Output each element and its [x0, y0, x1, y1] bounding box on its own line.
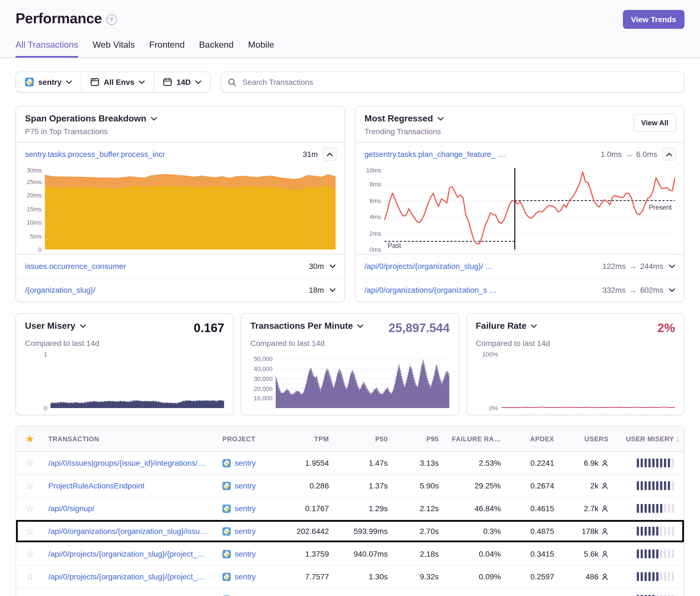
star-icon[interactable]: ★: [16, 434, 44, 444]
transaction-link[interactable]: ProjectRuleActionsEndpoint: [48, 481, 145, 490]
star-icon[interactable]: ☆: [16, 548, 44, 560]
chevron-down-icon[interactable]: [357, 324, 364, 328]
span-op-link[interactable]: /{organization_slug}/: [25, 286, 304, 294]
environment-selector[interactable]: All Envs: [81, 72, 154, 92]
expand-button[interactable]: [668, 288, 676, 292]
python-project-icon: [25, 78, 34, 86]
apdex-cell: 0.2674: [505, 481, 558, 490]
regression-from: 122ms: [602, 262, 626, 270]
view-trends-button[interactable]: View Trends: [623, 10, 684, 29]
users-cell: 2k: [558, 481, 613, 490]
transaction-link[interactable]: /api/0/organizations/{organization_slug}…: [48, 527, 207, 536]
star-icon[interactable]: ☆: [16, 571, 44, 582]
user-misery-bars: [613, 595, 684, 596]
column-p95[interactable]: P95: [392, 435, 443, 443]
span-ops-title[interactable]: Span Operations Breakdown: [25, 114, 146, 124]
column-tpm[interactable]: TPM: [280, 435, 333, 443]
view-all-button[interactable]: View All: [633, 114, 676, 132]
regression-from: 1.0ms: [601, 150, 622, 159]
column-project[interactable]: PROJECT: [218, 435, 280, 443]
transaction-link[interactable]: /api/0/signup/: [48, 504, 95, 513]
star-icon[interactable]: ☆: [16, 502, 44, 514]
tab-frontend[interactable]: Frontend: [149, 40, 185, 58]
environment-selector-label: All Envs: [104, 78, 134, 86]
star-icon[interactable]: ☆: [16, 525, 44, 537]
span-op-link[interactable]: issues.occurrence_consumer: [25, 262, 304, 270]
column-failure-rate[interactable]: FAILURE RA…: [443, 435, 505, 443]
project-link[interactable]: sentry: [234, 504, 256, 513]
expand-button[interactable]: [328, 264, 337, 268]
tab-backend[interactable]: Backend: [199, 40, 234, 58]
span-op-row: /{organization_slug}/ 18m: [16, 278, 345, 302]
failure-rate-cell: 0.04%: [443, 549, 505, 558]
python-project-icon: [222, 482, 231, 490]
regression-row: /api/0/projects/{organization_slug}/ … 1…: [355, 255, 684, 278]
tab-web-vitals[interactable]: Web Vitals: [93, 40, 135, 58]
failure-rate-cell: 46.84%: [443, 504, 505, 513]
tab-mobile[interactable]: Mobile: [248, 40, 274, 58]
chevron-down-icon: [669, 264, 675, 268]
column-user-misery[interactable]: USER MISERY ↓: [613, 435, 684, 443]
project-link[interactable]: sentry: [234, 481, 256, 490]
collapse-button[interactable]: [662, 148, 676, 161]
chevron-down-icon[interactable]: [438, 117, 444, 121]
column-p50[interactable]: P50: [333, 435, 392, 443]
expand-button[interactable]: [668, 264, 676, 268]
tpm-title[interactable]: Transactions Per Minute: [250, 321, 353, 331]
regression-link[interactable]: /api/0/projects/{organization_slug}/ …: [365, 262, 598, 270]
regression-link[interactable]: getsentry.tasks.plan_change_feature_ …: [365, 150, 596, 159]
p50-cell: 1.29s: [333, 504, 392, 513]
tpm-cell: 1.9554: [280, 459, 333, 467]
table-row[interactable]: ☆ /api/0/organizations/{organization_slu…: [16, 588, 684, 596]
chevron-down-icon[interactable]: [531, 324, 537, 328]
project-selector[interactable]: sentry: [16, 72, 81, 92]
star-icon[interactable]: ☆: [16, 480, 44, 492]
transaction-link[interactable]: /api/0/organizations/{organization_slug}…: [48, 595, 207, 596]
table-row[interactable]: ☆ /api/0/projects/{organization_slug}/{p…: [16, 565, 684, 588]
project-link[interactable]: sentry: [234, 595, 256, 596]
help-icon[interactable]: ?: [106, 14, 117, 25]
table-row[interactable]: ☆ /api/0/issues|groups/{issue_id}/integr…: [16, 452, 684, 474]
project-link[interactable]: sentry: [234, 549, 256, 558]
project-link[interactable]: sentry: [234, 527, 256, 536]
collapse-button[interactable]: [322, 148, 337, 161]
span-op-link[interactable]: sentry.tasks.process_buffer.process_incr: [25, 150, 298, 159]
environment-window-icon: [91, 78, 99, 86]
page-header: Performance ? View Trends All Transactio…: [0, 0, 700, 58]
tab-all-transactions[interactable]: All Transactions: [16, 40, 78, 58]
regression-from: 332ms: [602, 286, 626, 294]
transaction-link[interactable]: /api/0/issues|groups/{issue_id}/integrat…: [48, 459, 205, 467]
transaction-link[interactable]: /api/0/projects/{organization_slug}/{pro…: [48, 572, 205, 581]
user-misery-card: User Misery 0.167 Compared to last 14d 1…: [16, 313, 234, 415]
most-regressed-title[interactable]: Most Regressed: [365, 114, 433, 124]
python-project-icon: [222, 504, 231, 513]
star-icon[interactable]: ☆: [16, 457, 44, 469]
project-link[interactable]: sentry: [234, 459, 256, 467]
project-selector-label: sentry: [38, 78, 61, 86]
tpm-chart: 50,00040,00030,00020,00010,000: [250, 352, 450, 408]
column-apdex[interactable]: APDEX: [505, 435, 558, 443]
python-project-icon: [222, 550, 231, 558]
expand-button[interactable]: [328, 288, 337, 292]
table-row[interactable]: ☆ /api/0/signup/ sentry 0.1767 1.29s 2.1…: [16, 497, 684, 519]
chevron-down-icon[interactable]: [151, 117, 157, 121]
table-row[interactable]: ☆ /api/0/projects/{organization_slug}/{p…: [16, 542, 684, 565]
python-project-icon: [222, 572, 231, 581]
regression-link[interactable]: /api/0/organizations/{organization_s …: [365, 286, 598, 294]
transaction-link[interactable]: /api/0/projects/{organization_slug}/{pro…: [48, 549, 205, 558]
column-transaction[interactable]: TRANSACTION: [44, 435, 218, 443]
date-range-selector[interactable]: 14D: [154, 72, 210, 92]
table-row[interactable]: ☆ ProjectRuleActionsEndpoint sentry 0.28…: [16, 474, 684, 497]
table-row[interactable]: ☆ /api/0/organizations/{organization_slu…: [16, 519, 684, 542]
search-transactions[interactable]: [221, 72, 684, 93]
regression-to: 6.0ms: [636, 150, 657, 159]
failure-rate-title[interactable]: Failure Rate: [476, 321, 526, 331]
project-link[interactable]: sentry: [234, 572, 256, 581]
apdex-cell: 0.2241: [505, 459, 558, 467]
regression-to: 602ms: [640, 286, 664, 294]
user-misery-title[interactable]: User Misery: [25, 321, 75, 331]
star-icon[interactable]: ☆: [16, 594, 44, 596]
chevron-down-icon[interactable]: [80, 324, 86, 328]
search-input[interactable]: [241, 77, 677, 87]
column-users[interactable]: USERS: [558, 435, 613, 443]
